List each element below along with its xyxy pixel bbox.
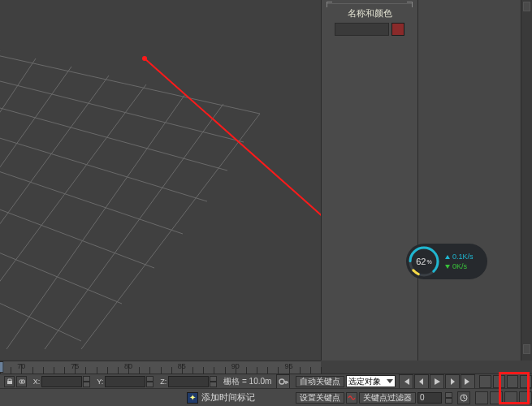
grid-readout: 栅格 = 10.0m xyxy=(223,376,271,387)
set-key-button[interactable]: 设置关键点 xyxy=(296,392,344,404)
x-spinner-up[interactable] xyxy=(83,376,90,382)
auto-key-button[interactable]: 自动关键点 xyxy=(296,376,344,387)
add-time-tag-icon[interactable]: ✦ xyxy=(187,392,198,404)
upload-speed: 0.1K/s xyxy=(445,252,474,261)
key-filters-button[interactable]: 关键点过滤器 xyxy=(359,392,416,404)
command-panel: 名称和颜色 xyxy=(321,0,418,361)
svg-line-7 xyxy=(0,288,81,341)
x-input[interactable] xyxy=(41,376,82,387)
rollout-title: 名称和颜色 xyxy=(327,7,413,19)
viewport-nav-2[interactable] xyxy=(493,375,505,388)
current-frame-input[interactable]: 0 xyxy=(417,392,442,404)
play-button[interactable] xyxy=(430,374,444,389)
x-spinner-down[interactable] xyxy=(83,382,90,387)
viewport-nav-6[interactable] xyxy=(490,391,503,404)
svg-line-10 xyxy=(6,94,185,349)
timeline-ruler[interactable]: 707580859095 xyxy=(0,361,321,374)
goto-end-button[interactable] xyxy=(461,374,475,389)
usage-percent: 62 xyxy=(416,257,426,266)
time-config-button[interactable] xyxy=(457,391,470,404)
y-input[interactable] xyxy=(105,376,145,387)
ruler-label: 80 xyxy=(124,362,132,370)
next-frame-button[interactable] xyxy=(445,374,460,389)
svg-line-11 xyxy=(0,84,146,325)
ruler-label: 90 xyxy=(231,362,240,370)
goto-start-button[interactable] xyxy=(399,374,413,389)
svg-line-16 xyxy=(145,58,321,361)
svg-line-5 xyxy=(0,197,154,268)
z-input[interactable] xyxy=(168,376,209,387)
lock-selection-icon[interactable] xyxy=(4,376,15,387)
add-time-tag-label[interactable]: 添加时间标记 xyxy=(201,391,255,404)
ruler-label: 95 xyxy=(284,362,292,370)
key-mode-icon[interactable] xyxy=(276,374,290,389)
download-speed: 0K/s xyxy=(445,261,474,271)
object-color-swatch[interactable] xyxy=(391,23,404,36)
svg-rect-21 xyxy=(7,381,12,384)
panel-scrollbar[interactable] xyxy=(521,0,532,361)
ruler-label: 70 xyxy=(17,362,25,370)
viewport-canvas xyxy=(0,0,321,361)
key-target-dropdown[interactable]: 选定对象 xyxy=(346,375,395,387)
viewport-nav-4[interactable] xyxy=(520,375,532,388)
key-filter-icon-1[interactable] xyxy=(346,392,357,404)
transform-x: X: xyxy=(33,376,91,387)
transform-y: Y: xyxy=(97,376,154,387)
viewport-nav-1[interactable] xyxy=(479,375,491,388)
svg-point-17 xyxy=(142,56,147,61)
ruler-label: 75 xyxy=(71,362,79,370)
right-dock-area xyxy=(418,0,532,361)
svg-line-8 xyxy=(81,114,260,349)
perspective-viewport[interactable] xyxy=(0,0,321,361)
svg-line-13 xyxy=(0,67,71,213)
svg-line-0 xyxy=(0,49,260,114)
svg-line-1 xyxy=(0,73,244,142)
viewport-nav-7[interactable] xyxy=(504,391,517,404)
svg-line-30 xyxy=(464,398,465,399)
transform-z: Z: xyxy=(160,376,217,387)
network-speed-overlay: 62% 0.1K/s 0K/s xyxy=(406,244,487,279)
annotation-arrow xyxy=(142,56,321,361)
prev-frame-button[interactable] xyxy=(414,374,429,389)
svg-line-9 xyxy=(45,104,223,349)
viewport-nav-5[interactable] xyxy=(475,391,488,404)
svg-line-3 xyxy=(0,128,207,201)
viewport-nav-8[interactable] xyxy=(519,391,532,404)
ruler-label: 85 xyxy=(178,362,186,370)
transport-controls xyxy=(399,374,475,389)
time-slider-thumb[interactable] xyxy=(0,361,4,373)
usage-ring-icon: 62% xyxy=(408,245,440,278)
object-name-input[interactable] xyxy=(335,23,389,36)
selection-sets-icon[interactable] xyxy=(16,376,27,387)
viewport-nav-3[interactable] xyxy=(507,375,519,388)
